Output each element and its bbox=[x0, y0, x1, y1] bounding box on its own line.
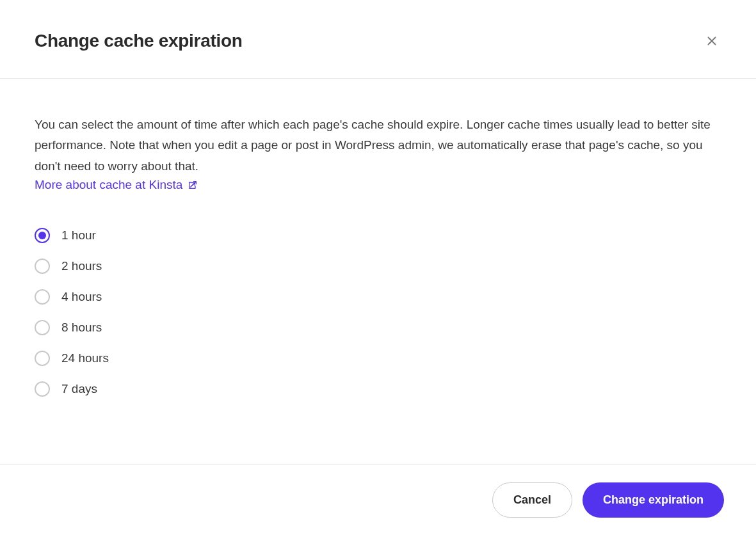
modal-footer: Cancel Change expiration bbox=[0, 464, 756, 533]
modal-header: Change cache expiration bbox=[0, 0, 756, 79]
radio-label: 2 hours bbox=[61, 259, 102, 273]
radio-label: 24 hours bbox=[61, 351, 109, 365]
radio-label: 8 hours bbox=[61, 321, 102, 335]
radio-icon bbox=[35, 289, 50, 305]
change-expiration-button[interactable]: Change expiration bbox=[583, 482, 724, 518]
radio-label: 1 hour bbox=[61, 228, 96, 243]
learn-more-link[interactable]: More about cache at Kinsta bbox=[35, 178, 198, 192]
modal-body: You can select the amount of time after … bbox=[0, 79, 756, 464]
expiration-radio-group: 1 hour2 hours4 hours8 hours24 hours7 day… bbox=[35, 228, 721, 397]
radio-option-4-hours[interactable]: 4 hours bbox=[35, 289, 721, 305]
radio-icon bbox=[35, 259, 50, 274]
cancel-button[interactable]: Cancel bbox=[492, 482, 572, 518]
radio-label: 7 days bbox=[61, 382, 97, 396]
radio-option-2-hours[interactable]: 2 hours bbox=[35, 259, 721, 274]
radio-option-8-hours[interactable]: 8 hours bbox=[35, 320, 721, 335]
radio-icon bbox=[35, 351, 50, 366]
radio-option-24-hours[interactable]: 24 hours bbox=[35, 351, 721, 366]
radio-label: 4 hours bbox=[61, 290, 102, 304]
radio-option-1-hour[interactable]: 1 hour bbox=[35, 228, 721, 243]
change-cache-expiration-modal: Change cache expiration You can select t… bbox=[0, 0, 756, 533]
radio-option-7-days[interactable]: 7 days bbox=[35, 381, 721, 397]
radio-icon bbox=[35, 381, 50, 397]
radio-icon bbox=[35, 228, 50, 243]
modal-title: Change cache expiration bbox=[35, 31, 243, 51]
close-button[interactable] bbox=[702, 31, 721, 51]
radio-icon bbox=[35, 320, 50, 335]
close-icon bbox=[705, 34, 719, 48]
learn-more-link-text: More about cache at Kinsta bbox=[35, 178, 182, 192]
external-link-icon bbox=[188, 180, 198, 190]
description-text: You can select the amount of time after … bbox=[35, 115, 721, 177]
